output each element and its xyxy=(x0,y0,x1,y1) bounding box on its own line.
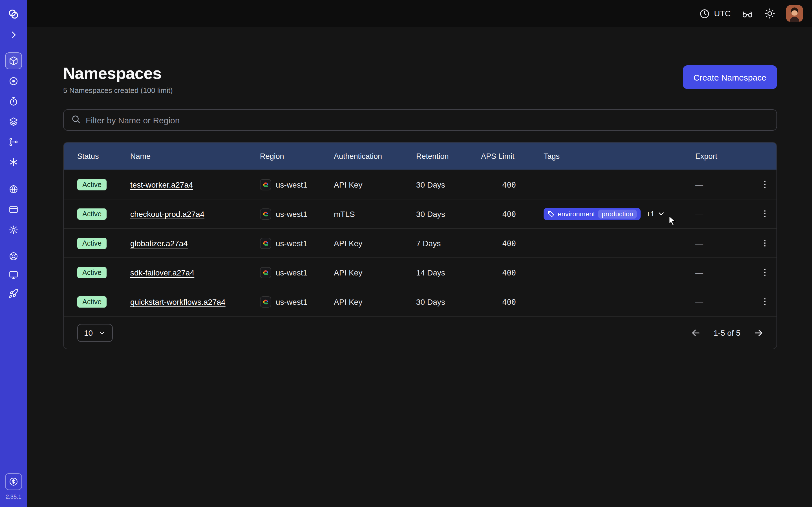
namespace-link[interactable]: quickstart-workflows.a27a4 xyxy=(130,297,225,306)
branch-icon xyxy=(8,137,18,147)
temporal-logo-icon[interactable] xyxy=(6,6,21,22)
page-size-select[interactable]: 10 xyxy=(77,324,112,342)
lifebuoy-icon xyxy=(8,251,18,262)
chevron-down-icon xyxy=(98,329,106,337)
tag-value: production xyxy=(598,210,637,219)
table-footer: 10 1-5 of 5 xyxy=(64,316,776,349)
sidebar-item-docs[interactable] xyxy=(6,267,21,283)
sidebar-item-deployments[interactable] xyxy=(6,114,21,129)
aps-limit-value: 400 xyxy=(481,180,544,189)
table-header-row: Status Name Region Authentication Retent… xyxy=(64,143,776,170)
status-badge: Active xyxy=(77,209,107,220)
sidebar-item-settings[interactable] xyxy=(6,222,21,238)
col-tags: Tags xyxy=(544,152,695,161)
col-region: Region xyxy=(260,152,334,161)
timezone-label: UTC xyxy=(714,9,731,18)
page-title: Namespaces xyxy=(63,64,173,83)
status-badge: Active xyxy=(77,296,107,307)
retention-label: 30 Days xyxy=(416,297,481,306)
user-avatar[interactable] xyxy=(786,5,803,22)
auth-label: API Key xyxy=(334,268,416,277)
filter-search xyxy=(63,110,777,131)
auth-label: API Key xyxy=(334,239,416,248)
retention-label: 30 Days xyxy=(416,180,481,189)
timezone-button[interactable]: UTC xyxy=(699,8,731,19)
topbar: UTC xyxy=(27,0,812,27)
status-badge: Active xyxy=(77,179,107,190)
aps-limit-value: 400 xyxy=(481,210,544,219)
export-value: — xyxy=(695,297,752,306)
col-authentication: Authentication xyxy=(334,152,416,161)
aps-limit-value: 400 xyxy=(481,239,544,248)
search-input[interactable] xyxy=(86,115,769,125)
page-range-label: 1-5 of 5 xyxy=(714,328,741,337)
sidebar-item-regions[interactable] xyxy=(6,181,21,197)
status-badge: Active xyxy=(77,267,107,278)
rocket-icon xyxy=(8,288,18,298)
col-retention: Retention xyxy=(416,152,481,161)
sidebar-item-batch[interactable] xyxy=(6,154,21,170)
tags-more-count: +1 xyxy=(646,210,655,218)
namespace-link[interactable]: checkout-prod.a27a4 xyxy=(130,210,204,219)
next-page-button[interactable] xyxy=(753,327,764,339)
auth-label: mTLS xyxy=(334,210,416,219)
gear-icon xyxy=(8,225,18,235)
table-row: Active sdk-failover.a27a4 us-west1 API K… xyxy=(64,258,776,287)
chevron-down-icon xyxy=(657,210,665,218)
retention-label: 30 Days xyxy=(416,210,481,219)
sidebar-item-billing[interactable] xyxy=(6,202,21,217)
auth-label: API Key xyxy=(334,180,416,189)
theme-sun-icon[interactable] xyxy=(764,8,775,19)
gcp-logo-icon xyxy=(260,238,271,249)
retention-label: 14 Days xyxy=(416,268,481,277)
sidebar-item-usage[interactable] xyxy=(5,473,22,490)
sidebar-item-schedules[interactable] xyxy=(6,94,21,109)
labs-glasses-icon[interactable] xyxy=(742,8,753,19)
sidebar-item-target[interactable] xyxy=(6,73,21,89)
export-value: — xyxy=(695,239,752,248)
region-label: us-west1 xyxy=(276,297,307,306)
page-subtitle: 5 Namespaces created (100 limit) xyxy=(63,87,173,95)
clock-icon xyxy=(699,8,710,19)
aps-limit-value: 400 xyxy=(481,268,544,277)
gcp-logo-icon xyxy=(260,267,271,278)
gcp-logo-icon xyxy=(260,296,271,307)
row-kebab-menu[interactable] xyxy=(752,238,777,248)
usage-dollar-icon xyxy=(8,476,18,487)
sidebar-item-getting-started[interactable] xyxy=(6,286,21,301)
table-row: Active quickstart-workflows.a27a4 us-wes… xyxy=(64,287,776,316)
app-root: 2.35.1 UTC Namespaces 5 Namespaces creat… xyxy=(0,0,812,507)
sidebar-item-namespaces[interactable] xyxy=(5,52,22,69)
table-row: Active test-worker.a27a4 us-west1 API Ke… xyxy=(64,170,776,199)
namespace-link[interactable]: test-worker.a27a4 xyxy=(130,180,193,189)
col-status: Status xyxy=(64,152,130,161)
namespace-link[interactable]: sdk-failover.a27a4 xyxy=(130,268,194,277)
cube-icon xyxy=(8,56,18,66)
layers-icon xyxy=(8,117,18,127)
namespace-link[interactable]: globalizer.a27a4 xyxy=(130,239,188,248)
row-kebab-menu[interactable] xyxy=(752,297,777,307)
prev-page-button[interactable] xyxy=(690,327,701,339)
timer-icon xyxy=(8,96,18,107)
row-kebab-menu[interactable] xyxy=(752,268,777,277)
sidebar-item-support[interactable] xyxy=(6,248,21,264)
tag-chip[interactable]: environment production xyxy=(544,208,641,220)
tag-key: environment xyxy=(558,210,595,218)
create-namespace-button[interactable]: Create Namespace xyxy=(683,65,777,89)
auth-label: API Key xyxy=(334,297,416,306)
tag-icon xyxy=(548,211,554,217)
table-row: Active checkout-prod.a27a4 us-west1 mTLS… xyxy=(64,199,776,228)
export-value: — xyxy=(695,180,752,189)
page-size-value: 10 xyxy=(84,328,93,337)
row-kebab-menu[interactable] xyxy=(752,180,777,189)
app-version: 2.35.1 xyxy=(0,494,27,500)
sidebar-expand-chevron-icon[interactable] xyxy=(6,27,21,43)
region-label: us-west1 xyxy=(276,210,307,219)
row-kebab-menu[interactable] xyxy=(752,209,777,219)
export-value: — xyxy=(695,268,752,277)
sidebar-item-nexus[interactable] xyxy=(6,134,21,150)
tags-expand-button[interactable]: +1 xyxy=(646,210,665,218)
col-name: Name xyxy=(130,152,260,161)
status-badge: Active xyxy=(77,238,107,249)
gcp-logo-icon xyxy=(260,209,271,220)
